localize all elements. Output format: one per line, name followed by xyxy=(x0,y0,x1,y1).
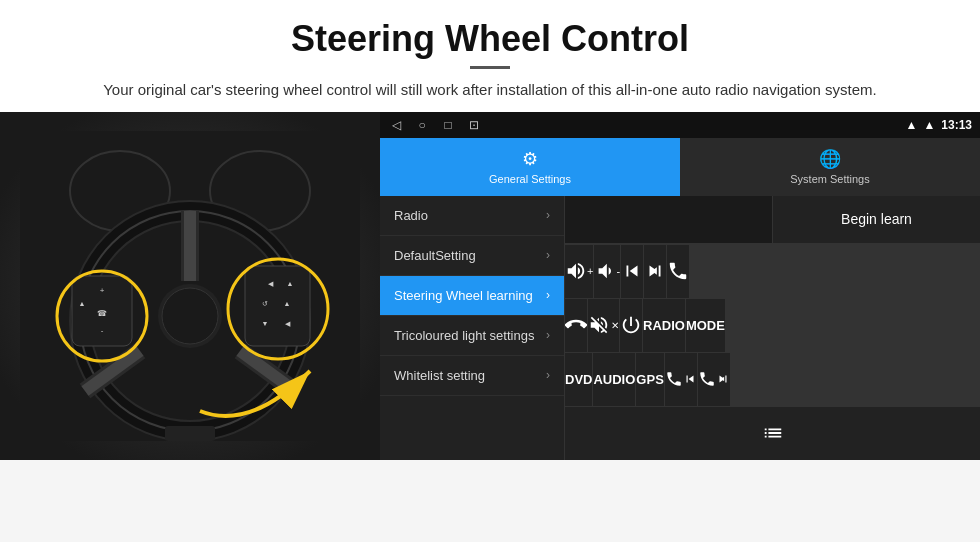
menu-item-radio-label: Radio xyxy=(394,208,428,223)
dvd-button[interactable]: DVD xyxy=(565,353,592,406)
chevron-icon: › xyxy=(546,288,550,302)
menu-item-tricoloured[interactable]: Tricoloured light settings › xyxy=(380,316,564,356)
radio-mode-button[interactable]: RADIO xyxy=(643,299,685,352)
wifi-icon: ▲ xyxy=(923,118,935,132)
chevron-icon: › xyxy=(546,368,550,382)
steering-background: + ▲ ☎ - ◀ ▲ ↺ ▲ ▼ ◀ xyxy=(0,112,380,460)
settings-panel: Radio › DefaultSetting › Steering Wheel … xyxy=(380,196,980,460)
mode-button[interactable]: MODE xyxy=(686,299,725,352)
svg-rect-29 xyxy=(165,426,215,441)
phone-prev-button[interactable] xyxy=(665,353,697,406)
right-panel: Begin learn + - xyxy=(565,196,980,460)
list-icon-button[interactable] xyxy=(565,407,980,460)
menu-item-default-setting[interactable]: DefaultSetting › xyxy=(380,236,564,276)
menu-item-radio[interactable]: Radio › xyxy=(380,196,564,236)
chevron-icon: › xyxy=(546,328,550,342)
phone-next-button[interactable] xyxy=(698,353,730,406)
tab-system-label: System Settings xyxy=(790,173,869,185)
steering-wheel-illustration: + ▲ ☎ - ◀ ▲ ↺ ▲ ▼ ◀ xyxy=(0,112,380,460)
svg-text:-: - xyxy=(101,326,104,335)
back-nav-button[interactable]: ◁ xyxy=(388,117,404,133)
main-content: + ▲ ☎ - ◀ ▲ ↺ ▲ ▼ ◀ xyxy=(0,112,980,460)
menu-item-steering-label: Steering Wheel learning xyxy=(394,288,533,303)
tab-general-settings[interactable]: ⚙ General Settings xyxy=(380,138,680,196)
power-button[interactable] xyxy=(620,299,642,352)
svg-text:▼: ▼ xyxy=(262,320,269,327)
empty-cell xyxy=(565,196,773,243)
svg-text:↺: ↺ xyxy=(262,300,268,307)
volume-down-button[interactable]: - xyxy=(594,245,620,298)
car-image-area: + ▲ ☎ - ◀ ▲ ↺ ▲ ▼ ◀ xyxy=(0,112,380,460)
prev-track-button[interactable] xyxy=(621,245,643,298)
svg-text:▲: ▲ xyxy=(79,300,86,307)
page-title: Steering Wheel Control xyxy=(60,18,920,60)
phone-answer-button[interactable] xyxy=(667,245,689,298)
status-bar-nav: ◁ ○ □ ⊡ xyxy=(388,117,482,133)
svg-text:▲: ▲ xyxy=(287,280,294,287)
begin-learn-row: Begin learn xyxy=(565,196,980,244)
tab-bar: ⚙ General Settings 🌐 System Settings xyxy=(380,138,980,196)
menu-item-tricoloured-label: Tricoloured light settings xyxy=(394,328,534,343)
mute-button[interactable]: ✕ xyxy=(588,299,619,352)
status-bar: ◁ ○ □ ⊡ ▲ ▲ 13:13 xyxy=(380,112,980,138)
page-subtitle: Your original car's steering wheel contr… xyxy=(60,79,920,102)
title-divider xyxy=(470,66,510,69)
header-section: Steering Wheel Control Your original car… xyxy=(0,0,980,112)
menu-item-whitelist-label: Whitelist setting xyxy=(394,368,485,383)
home-nav-button[interactable]: ○ xyxy=(414,117,430,133)
gps-button[interactable]: GPS xyxy=(636,353,663,406)
volume-up-button[interactable]: + xyxy=(565,245,593,298)
menu-item-steering-wheel[interactable]: Steering Wheel learning › xyxy=(380,276,564,316)
status-time: 13:13 xyxy=(941,118,972,132)
android-panel: ◁ ○ □ ⊡ ▲ ▲ 13:13 ⚙ General Settings 🌐 S… xyxy=(380,112,980,460)
tab-system-settings[interactable]: 🌐 System Settings xyxy=(680,138,980,196)
next-track-button[interactable] xyxy=(644,245,666,298)
menu-item-whitelist[interactable]: Whitelist setting › xyxy=(380,356,564,396)
signal-icon: ▲ xyxy=(906,118,918,132)
chevron-icon: › xyxy=(546,208,550,222)
svg-text:+: + xyxy=(100,286,105,295)
chevron-icon: › xyxy=(546,248,550,262)
svg-text:▲: ▲ xyxy=(284,300,291,307)
status-bar-info: ▲ ▲ 13:13 xyxy=(906,118,972,132)
menu-nav-button[interactable]: ⊡ xyxy=(466,117,482,133)
tab-general-label: General Settings xyxy=(489,173,571,185)
general-settings-icon: ⚙ xyxy=(522,148,538,170)
svg-point-13 xyxy=(162,288,218,344)
audio-button[interactable]: AUDIO xyxy=(593,353,635,406)
svg-text:☎: ☎ xyxy=(97,309,107,318)
svg-rect-19 xyxy=(245,266,310,346)
recents-nav-button[interactable]: □ xyxy=(440,117,456,133)
menu-item-default-label: DefaultSetting xyxy=(394,248,476,263)
left-menu: Radio › DefaultSetting › Steering Wheel … xyxy=(380,196,565,460)
system-settings-icon: 🌐 xyxy=(819,148,841,170)
hang-up-button[interactable] xyxy=(565,299,587,352)
begin-learn-button[interactable]: Begin learn xyxy=(773,196,980,243)
